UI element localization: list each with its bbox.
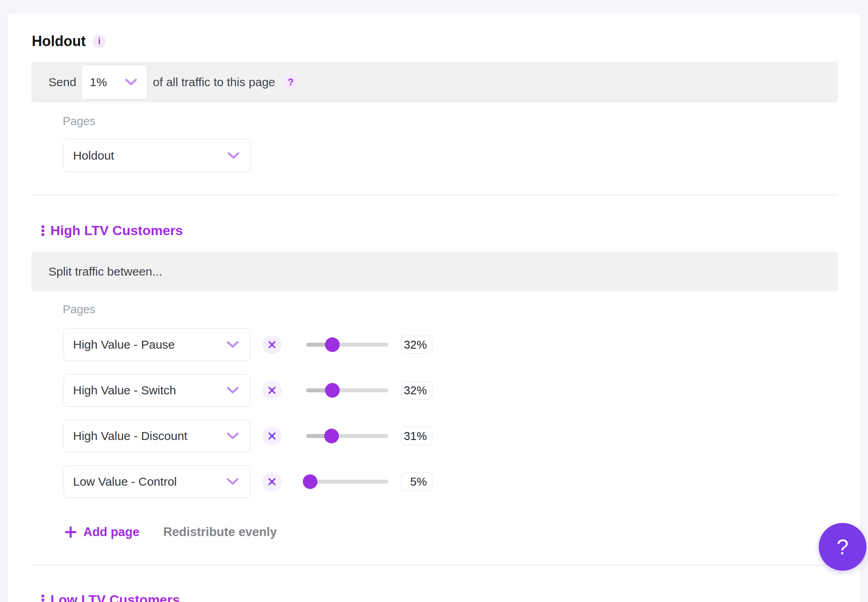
redistribute-evenly-button[interactable]: Redistribute evenly <box>163 525 277 539</box>
low-ltv-header: Low LTV Customers <box>41 592 180 602</box>
holdout-traffic-band: Send 1% of all traffic to this page ? <box>31 62 838 102</box>
page-select[interactable]: High Value - Discount <box>64 420 250 452</box>
holdout-page-select-value: Holdout <box>73 149 114 162</box>
send-label: Send <box>48 75 76 89</box>
holdout-page-select[interactable]: Holdout <box>64 139 251 172</box>
page-row: Low Value - Control 5% <box>64 465 838 498</box>
page-select[interactable]: High Value - Pause <box>64 328 250 361</box>
percent-value: 5% <box>410 475 427 488</box>
slider-thumb[interactable] <box>324 429 339 444</box>
split-traffic-label: Split traffic between... <box>48 265 162 278</box>
chevron-down-icon <box>125 79 137 86</box>
help-icon[interactable]: ? <box>284 75 297 89</box>
pages-label-split: Pages <box>63 303 95 316</box>
remove-page-button[interactable] <box>262 335 282 354</box>
remove-page-button[interactable] <box>262 472 282 491</box>
page-select-value: High Value - Switch <box>73 384 176 397</box>
high-ltv-header: High LTV Customers <box>41 223 183 238</box>
pages-label-holdout: Pages <box>63 115 95 128</box>
remove-page-button[interactable] <box>262 426 282 446</box>
percent-input[interactable]: 31% <box>401 427 432 445</box>
section-divider <box>31 195 838 195</box>
slider-thumb[interactable] <box>325 338 340 352</box>
page-select[interactable]: Low Value - Control <box>64 465 250 498</box>
percent-value: 32% <box>404 338 427 351</box>
add-page-button[interactable]: Add page <box>65 525 139 539</box>
add-page-label: Add page <box>83 525 139 539</box>
drag-handle-icon[interactable] <box>41 225 45 237</box>
pages-rows: High Value - Pause 32% High Value - Swit… <box>8 328 838 511</box>
traffic-slider[interactable] <box>306 474 388 490</box>
percent-value: 32% <box>404 384 427 397</box>
page-row: High Value - Switch 32% <box>64 374 838 407</box>
traffic-slider[interactable] <box>306 428 388 444</box>
traffic-slider[interactable] <box>306 337 388 353</box>
row-actions: Add page Redistribute evenly <box>65 520 277 544</box>
chevron-down-icon <box>227 341 239 348</box>
page-row: High Value - Pause 32% <box>64 328 838 361</box>
page-title: Holdout <box>32 33 86 50</box>
percent-value: 31% <box>404 430 427 443</box>
chevron-down-icon <box>227 478 239 485</box>
help-fab-button[interactable]: ? <box>819 523 866 571</box>
traffic-suffix-label: of all traffic to this page <box>153 75 275 89</box>
split-traffic-band: Split traffic between... <box>31 252 838 291</box>
traffic-percent-select[interactable]: 1% <box>81 65 147 100</box>
holdout-header: Holdout i <box>32 33 106 50</box>
close-icon <box>268 432 276 440</box>
page-select-value: High Value - Pause <box>73 338 175 351</box>
slider-thumb[interactable] <box>303 475 318 489</box>
slider-track[interactable] <box>306 480 388 484</box>
close-icon <box>268 340 276 349</box>
percent-input[interactable]: 32% <box>401 336 432 354</box>
info-icon[interactable]: i <box>93 35 106 48</box>
page-row: High Value - Discount 31% <box>64 420 838 452</box>
plus-icon <box>65 526 77 538</box>
experiment-card: Holdout i Send 1% of all traffic to this… <box>7 13 861 602</box>
chevron-down-icon <box>228 152 239 159</box>
percent-input[interactable]: 5% <box>401 473 432 491</box>
slider-thumb[interactable] <box>325 383 340 398</box>
page-select[interactable]: High Value - Switch <box>64 374 250 407</box>
chevron-down-icon <box>227 387 239 394</box>
close-icon <box>268 386 276 395</box>
remove-page-button[interactable] <box>262 381 282 400</box>
percent-input[interactable]: 32% <box>401 381 432 399</box>
section-divider <box>31 565 838 565</box>
drag-handle-icon[interactable] <box>41 594 45 602</box>
traffic-slider[interactable] <box>306 382 388 398</box>
traffic-percent-value: 1% <box>90 75 107 89</box>
close-icon <box>268 477 276 486</box>
page-select-value: High Value - Discount <box>73 429 187 443</box>
high-ltv-title: High LTV Customers <box>50 223 183 238</box>
page-select-value: Low Value - Control <box>73 475 177 488</box>
chevron-down-icon <box>227 432 239 440</box>
low-ltv-title: Low LTV Customers <box>50 592 180 602</box>
